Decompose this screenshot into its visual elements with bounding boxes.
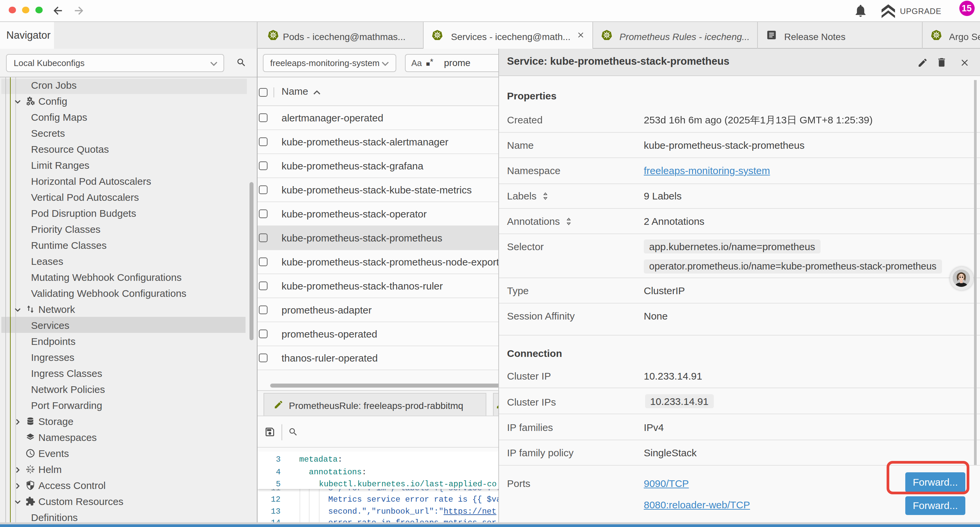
svg-text:HELM: HELM bbox=[26, 468, 34, 471]
